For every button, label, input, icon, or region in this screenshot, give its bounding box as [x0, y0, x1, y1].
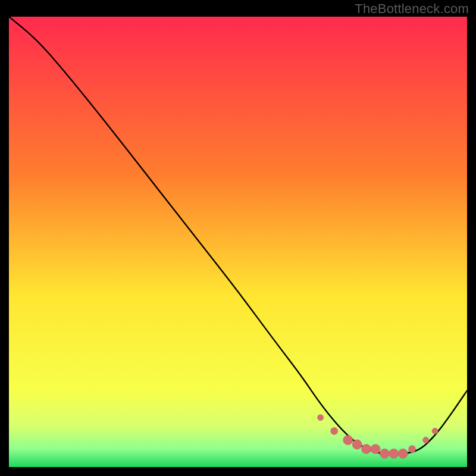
- curve-marker: [343, 436, 353, 445]
- chart-svg: [9, 17, 467, 467]
- curve-marker: [432, 428, 438, 434]
- curve-marker: [389, 449, 399, 458]
- curve-marker: [318, 415, 324, 421]
- curve-marker: [409, 446, 416, 453]
- chart-plot-area: [9, 17, 467, 467]
- curve-marker: [398, 449, 408, 458]
- watermark-text: TheBottleneck.com: [355, 1, 469, 17]
- curve-marker: [352, 440, 362, 449]
- curve-marker: [331, 427, 338, 434]
- curve-marker: [380, 449, 389, 458]
- curve-marker: [371, 444, 380, 454]
- curve-marker: [362, 444, 371, 454]
- curve-marker: [423, 437, 429, 443]
- gradient-background: [9, 17, 467, 467]
- chart-frame: TheBottleneck.com: [0, 0, 476, 476]
